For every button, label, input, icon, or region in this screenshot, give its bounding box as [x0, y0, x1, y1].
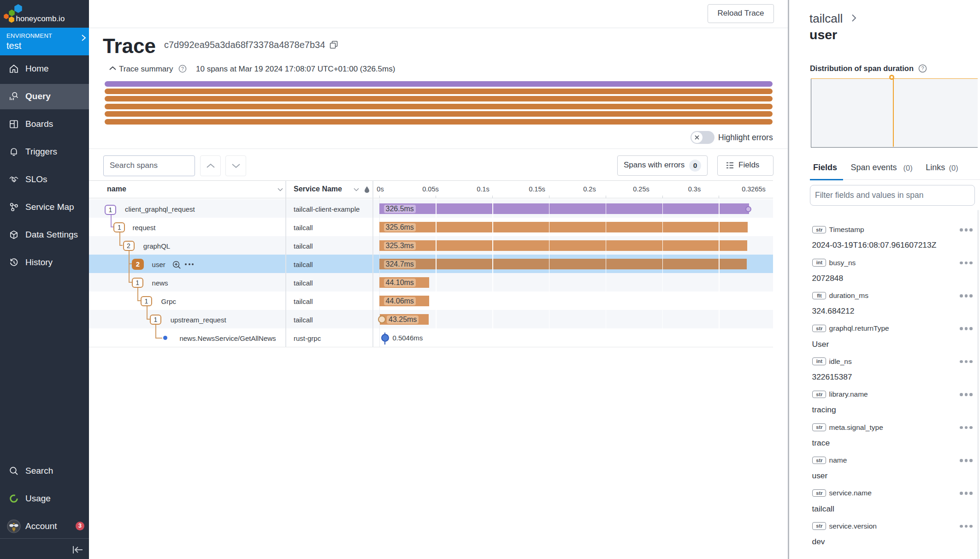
svg-text:?: ?: [181, 66, 184, 71]
svg-text:?: ?: [921, 65, 924, 71]
